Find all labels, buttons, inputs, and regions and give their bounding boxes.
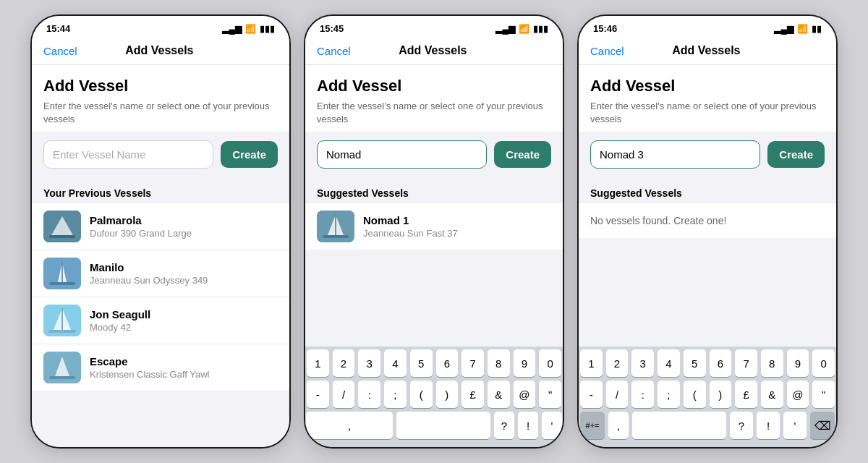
kb-key-3[interactable]: 3 [358,349,380,377]
kb-key-6[interactable]: 6 [436,349,459,377]
vessel-info-jonseagull: Jon Seagull Moody 42 [90,308,150,333]
vessel-thumb-manilo [43,258,81,289]
vessel-item-jonseagull[interactable]: Jon Seagull Moody 42 [32,297,289,344]
add-vessel-desc-2: Enter the vessel's name or select one of… [317,100,551,126]
kb-key-lparen[interactable]: ( [410,381,433,408]
kb-key-pound-3[interactable]: £ [735,381,757,408]
kb-key-9[interactable]: 9 [514,349,536,377]
vessel-model-palmarola: Dufour 390 Grand Large [90,228,192,239]
kb-key-question-3[interactable]: ? [730,412,753,439]
kb-key-4-3[interactable]: 4 [658,349,680,377]
signal-icon-3: ▂▄▆ [774,24,793,34]
kb-key-slash[interactable]: / [333,381,355,408]
kb-key-colon[interactable]: : [358,381,380,408]
vessel-info-palmarola: Palmarola Dufour 390 Grand Large [90,214,192,239]
kb-key-7-3[interactable]: 7 [735,349,757,377]
kb-key-comma[interactable]: , [306,412,393,439]
add-vessel-heading-1: Add Vessel [43,77,278,95]
kb-key-4[interactable]: 4 [384,349,407,377]
kb-key-9-3[interactable]: 9 [787,349,809,377]
kb-key-6-3[interactable]: 6 [710,349,732,377]
phone-3: 15:46 ▂▄▆ 📶 ▮▮ Cancel Add Vessels Add Ve… [577,14,838,449]
kb-key-space[interactable] [396,412,490,439]
kb-key-rparen[interactable]: ) [436,381,459,408]
vessel-thumb-palmarola [43,211,81,242]
kb-key-colon-3[interactable]: : [631,381,654,408]
kb-key-7[interactable]: 7 [461,349,484,377]
create-button-3[interactable]: Create [767,141,825,168]
create-button-1[interactable]: Create [221,141,278,168]
kb-key-exclaim[interactable]: ! [518,412,538,439]
suggested-item-nomad1[interactable]: Nomad 1 Jeanneau Sun Fast 37 [305,203,563,250]
kb-key-exclaim-3[interactable]: ! [757,412,780,439]
create-button-2[interactable]: Create [494,141,551,168]
kb-key-0-3[interactable]: 0 [812,349,835,377]
kb-key-comma-3[interactable]: , [608,412,629,439]
kb-key-slash-3[interactable]: / [606,381,629,408]
kb-key-semicolon-3[interactable]: ; [658,381,680,408]
status-bar-2: 15:45 ▂▄▆ 📶 ▮▮▮ [305,16,563,38]
kb-key-hashtag-3[interactable]: #+= [580,412,605,439]
kb-key-apostrophe-3[interactable]: ' [783,412,807,439]
add-vessel-desc-3: Enter the vessel's name or select one of… [590,100,825,126]
kb-key-at[interactable]: @ [514,381,536,408]
vessel-name-jonseagull: Jon Seagull [90,308,150,320]
wifi-icon-3: 📶 [797,24,808,34]
svg-rect-17 [323,235,349,238]
kb-key-space-3[interactable] [632,412,726,439]
kb-key-5-3[interactable]: 5 [684,349,706,377]
kb-key-at-3[interactable]: @ [787,381,809,408]
cancel-button-3[interactable]: Cancel [590,45,624,57]
kb-key-dash[interactable]: - [307,381,329,408]
kb-key-1-3[interactable]: 1 [580,349,603,377]
kb-key-2-3[interactable]: 2 [606,349,629,377]
nav-bar-3: Cancel Add Vessels [579,38,836,65]
kb-key-semicolon[interactable]: ; [384,381,407,408]
signal-icon-2: ▂▄▆ [495,24,515,34]
kb-key-delete-3[interactable]: ⌫ [810,412,835,439]
battery-icon-3: ▮▮ [812,24,822,34]
vessel-name-input-3[interactable] [590,140,760,169]
vessel-item-escape[interactable]: Escape Kristensen Classic Gaff Yawl [32,344,289,391]
wifi-icon-1: 📶 [245,24,256,34]
kb-key-pound[interactable]: £ [461,381,484,408]
nav-title-1: Add Vessels [125,44,193,57]
vessel-model-nomad1: Jeanneau Sun Fast 37 [363,228,458,239]
cancel-button-1[interactable]: Cancel [43,45,77,57]
kb-key-rparen-3[interactable]: ) [710,381,732,408]
kb-key-lparen-3[interactable]: ( [684,381,706,408]
kb-key-1[interactable]: 1 [307,349,329,377]
vessel-name-palmarola: Palmarola [90,214,192,226]
section-header-2: Add Vessel Enter the vessel's name or se… [305,65,563,132]
vessel-item-palmarola[interactable]: Palmarola Dufour 390 Grand Large [32,203,289,250]
kb-key-quote-3[interactable]: " [812,381,835,408]
input-row-3: Create [590,140,825,169]
vessel-thumb-jonseagull [43,305,81,336]
kb-key-quote[interactable]: " [539,381,561,408]
kb-key-apostrophe[interactable]: ' [542,412,562,439]
nav-title-2: Add Vessels [399,44,467,57]
battery-icon-1: ▮▮▮ [260,24,275,34]
kb-key-5[interactable]: 5 [410,349,433,377]
kb-key-amp-3[interactable]: & [761,381,783,408]
kb-key-3-3[interactable]: 3 [631,349,654,377]
vessel-item-manilo[interactable]: Manilo Jeanneau Sun Odyssey 349 [32,250,289,297]
time-3: 15:46 [593,23,617,34]
vessel-list-1: Palmarola Dufour 390 Grand Large Manilo … [32,203,289,391]
vessel-name-manilo: Manilo [90,261,208,273]
kb-key-question[interactable]: ? [494,412,514,439]
vessel-name-input-1[interactable] [43,140,213,169]
vessel-name-input-2[interactable] [317,140,487,169]
kb-key-0[interactable]: 0 [539,349,561,377]
input-row-2: Create [317,140,551,169]
kb-key-amp[interactable]: & [488,381,510,408]
kb-key-8-3[interactable]: 8 [761,349,783,377]
time-1: 15:44 [46,23,70,34]
content-1: Add Vessel Enter the vessel's name or se… [32,65,289,447]
kb-key-2[interactable]: 2 [333,349,355,377]
time-2: 15:45 [320,23,344,34]
kb-key-dash-3[interactable]: - [580,381,603,408]
cancel-button-2[interactable]: Cancel [317,45,351,57]
vessel-name-escape: Escape [90,355,209,368]
kb-key-8[interactable]: 8 [488,349,510,377]
